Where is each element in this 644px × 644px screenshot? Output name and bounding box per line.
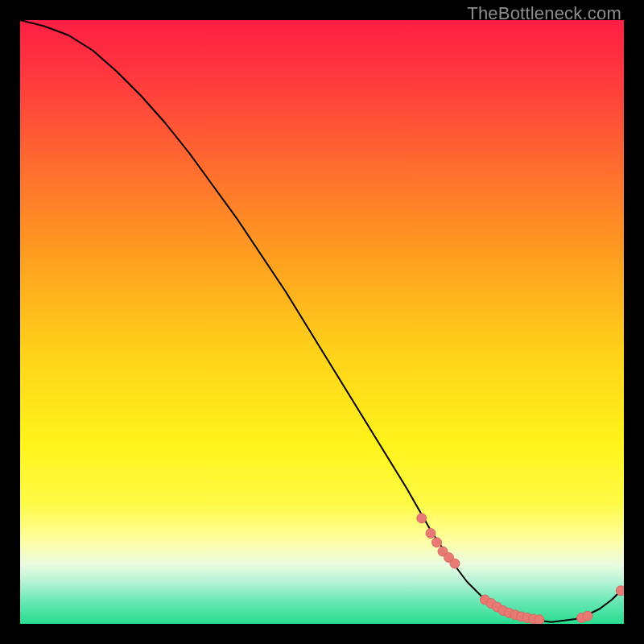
data-point-marker xyxy=(616,586,624,596)
watermark-text: TheBottleneck.com xyxy=(467,3,621,24)
gradient-background xyxy=(20,20,624,624)
chart-svg xyxy=(20,20,624,624)
data-point-marker xyxy=(450,559,460,568)
plot-area xyxy=(20,20,624,624)
chart-frame: TheBottleneck.com xyxy=(0,0,644,644)
data-point-marker xyxy=(432,538,442,547)
data-point-marker xyxy=(583,611,592,621)
data-point-marker xyxy=(535,615,544,624)
data-point-marker xyxy=(426,529,436,539)
data-point-marker xyxy=(417,514,427,523)
